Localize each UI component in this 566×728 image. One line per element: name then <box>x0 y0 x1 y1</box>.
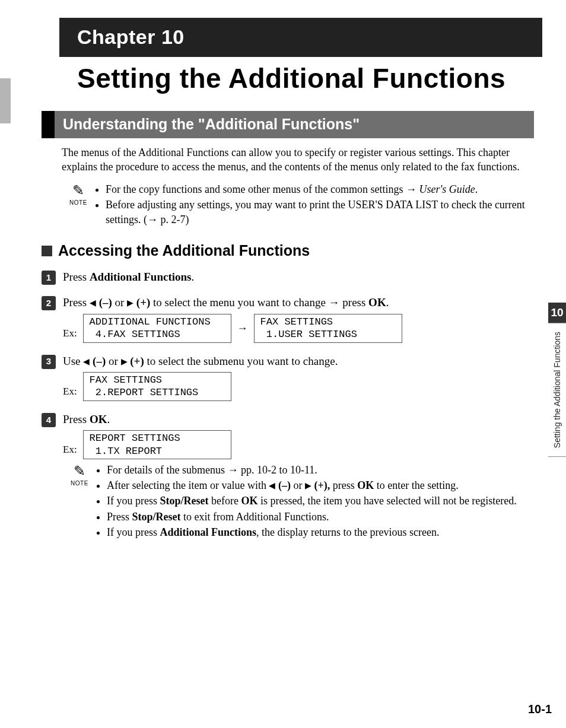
pencil-icon: ✎ <box>62 183 95 198</box>
step-number-badge: 3 <box>42 355 56 369</box>
key-name: Stop/Reset <box>132 511 181 523</box>
step-number-badge: 4 <box>42 413 56 427</box>
note-label: NOTE <box>63 479 96 488</box>
text: Use <box>63 355 83 367</box>
left-margin-tab <box>0 78 11 123</box>
square-bullet-icon <box>42 246 52 256</box>
text: or <box>106 355 120 367</box>
note-block-1: ✎ NOTE For the copy functions and some o… <box>62 182 534 228</box>
section-heading-text: Understanding the "Additional Functions" <box>55 111 534 138</box>
text: to exit from Additional Functions. <box>181 511 329 523</box>
text: . <box>107 413 110 425</box>
step-2: 2 Press ◀ (–) or ▶ (+) to select the men… <box>42 295 534 346</box>
left-arrow-icon: ◀ <box>90 298 96 307</box>
page: Chapter 10 Setting the Additional Functi… <box>0 0 566 728</box>
lcd-display: FAX SETTINGS 1.USER SETTINGS <box>254 314 402 343</box>
note-item: For the copy functions and some other me… <box>106 182 534 196</box>
key-name: OK <box>241 495 257 507</box>
example-label: Ex: <box>63 385 77 399</box>
note-item: If you press Stop/Reset before OK is pre… <box>107 494 517 508</box>
text: , the display returns to the previous sc… <box>256 526 439 538</box>
note-icon-col: ✎ NOTE <box>62 182 95 207</box>
step-text: Use ◀ (–) or ▶ (+) to select the submenu… <box>63 354 534 369</box>
step-1: 1 Press Additional Functions. <box>42 269 534 288</box>
key-name: OK <box>90 413 107 425</box>
text: before <box>208 495 241 507</box>
key-name: (+) <box>128 355 144 367</box>
example-label: Ex: <box>63 443 77 457</box>
key-name: (–) <box>90 355 106 367</box>
left-arrow-icon: ◀ <box>83 357 90 366</box>
note-body: For details of the submenus → pp. 10-2 t… <box>96 463 517 541</box>
lcd-example-row: Ex: REPORT SETTINGS 1.TX REPORT <box>63 430 534 459</box>
key-name: (–) <box>275 479 291 491</box>
key-name: (+), <box>311 479 330 491</box>
key-name: Stop/Reset <box>160 495 208 507</box>
arrow-icon: → <box>237 321 248 335</box>
text: press <box>330 479 357 491</box>
text: to enter the setting. <box>374 479 458 491</box>
note-item: Press Stop/Reset to exit from Additional… <box>107 510 517 524</box>
pencil-icon: ✎ <box>63 464 96 478</box>
key-name: (+) <box>133 296 150 309</box>
text: to select the submenu you want to change… <box>144 355 338 367</box>
lcd-display: REPORT SETTINGS 1.TX REPORT <box>83 430 231 459</box>
key-name: OK <box>357 479 374 491</box>
step-number-badge: 2 <box>42 296 56 310</box>
subsection-title: Accessing the Additional Functions <box>58 241 310 261</box>
text: . <box>386 296 389 309</box>
text: Press <box>63 296 90 309</box>
text: is pressed, the item you have selected w… <box>257 495 516 507</box>
text: Press <box>63 413 90 425</box>
text: . <box>191 271 194 283</box>
note-item: If you press Additional Functions, the d… <box>107 525 517 539</box>
side-tab-text: Setting the Additional Functions <box>548 323 566 457</box>
step-text: Press OK. <box>63 412 534 427</box>
right-arrow-icon: ▶ <box>305 481 311 490</box>
text: . <box>475 183 478 195</box>
note-label: NOTE <box>62 199 95 207</box>
side-tab-number: 10 <box>548 303 566 323</box>
text: Press <box>63 271 90 283</box>
example-label: Ex: <box>63 327 77 341</box>
step-text: Press Additional Functions. <box>63 269 534 285</box>
note-body: For the copy functions and some other me… <box>95 182 534 228</box>
intro-paragraph: The menus of the Additional Functions ca… <box>62 145 534 174</box>
page-number: 10-1 <box>528 701 552 717</box>
note-item: Before adjusting any settings, you may w… <box>106 198 534 227</box>
step-number-badge: 1 <box>42 271 56 285</box>
text: to select the menu you want to change → … <box>150 296 368 309</box>
users-guide-ref: User's Guide <box>419 183 475 195</box>
right-arrow-icon: ▶ <box>127 298 133 307</box>
step-text: Press ◀ (–) or ▶ (+) to select the menu … <box>63 295 534 310</box>
text: If you press <box>107 526 160 538</box>
step-4: 4 Press OK. Ex: REPORT SETTINGS 1.TX REP… <box>42 412 534 549</box>
note-item: For details of the submenus → pp. 10-2 t… <box>107 463 517 477</box>
text: For the copy functions and some other me… <box>106 183 419 195</box>
chapter-label-bar: Chapter 10 <box>59 18 542 57</box>
subsection-heading: Accessing the Additional Functions <box>42 241 534 261</box>
key-name: OK <box>368 296 386 309</box>
section-bullet <box>42 111 55 138</box>
lcd-display: FAX SETTINGS 2.REPORT SETTINGS <box>83 372 231 401</box>
note-block-2: ✎ NOTE For details of the submenus → pp.… <box>63 463 534 541</box>
text: or <box>291 479 305 491</box>
key-name: Additional Functions <box>160 526 256 538</box>
text: If you press <box>107 495 160 507</box>
lcd-example-row: Ex: FAX SETTINGS 2.REPORT SETTINGS <box>63 372 534 401</box>
key-name: (–) <box>96 296 112 309</box>
lcd-example-row: Ex: ADDITIONAL FUNCTIONS 4.FAX SETTINGS … <box>63 314 534 343</box>
lcd-display: ADDITIONAL FUNCTIONS 4.FAX SETTINGS <box>83 314 231 343</box>
right-arrow-icon: ▶ <box>121 357 128 366</box>
text: After selecting the item or value with <box>107 479 269 491</box>
step-3: 3 Use ◀ (–) or ▶ (+) to select the subme… <box>42 354 534 405</box>
note-icon-col: ✎ NOTE <box>63 463 96 488</box>
text: or <box>112 296 127 309</box>
text: Press <box>107 511 132 523</box>
left-arrow-icon: ◀ <box>269 481 275 490</box>
chapter-title: Setting the Additional Functions <box>77 63 534 94</box>
note-item: After selecting the item or value with ◀… <box>107 478 517 492</box>
side-chapter-tab: 10 Setting the Additional Functions <box>548 303 566 457</box>
key-name: Additional Functions <box>90 271 192 283</box>
section-heading: Understanding the "Additional Functions" <box>42 111 534 138</box>
